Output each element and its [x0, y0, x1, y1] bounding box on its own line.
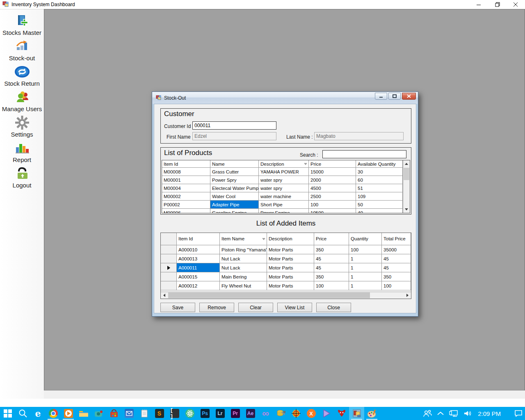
search-input[interactable] — [322, 150, 406, 158]
view-list-button[interactable]: View List — [277, 303, 312, 312]
sidebar-item-manage-users[interactable]: Manage Users — [0, 89, 44, 114]
start-icon[interactable] — [0, 407, 15, 420]
grid-cell[interactable]: 35000 — [382, 245, 411, 254]
security-app-icon[interactable] — [334, 407, 349, 420]
grid-cell[interactable]: 10500 — [309, 209, 356, 213]
grid-cell[interactable]: A000011 — [177, 263, 220, 272]
grid-cell[interactable]: A000015 — [177, 272, 220, 281]
edge-icon[interactable]: e — [30, 407, 46, 420]
grid-cell[interactable]: A000012 — [177, 281, 220, 290]
column-header[interactable]: Price — [309, 160, 356, 168]
grid-cell[interactable]: 45 — [382, 254, 411, 263]
row-header[interactable] — [161, 272, 177, 281]
grid-cell[interactable]: 350 — [382, 272, 411, 281]
dialog-titlebar[interactable]: Stock-Out — [152, 92, 418, 104]
column-header[interactable]: Total Price — [382, 233, 411, 245]
grid-cell[interactable]: Motor Parts — [267, 254, 314, 263]
grid-cell[interactable]: Piston Ring "Yamana" — [220, 245, 267, 254]
grid-cell[interactable]: M00002 — [162, 192, 210, 201]
lightroom-icon[interactable]: Lr — [212, 407, 228, 420]
grid-cell[interactable]: Nut Lack — [220, 254, 267, 263]
grid-cell[interactable]: Gasoline Engine — [210, 209, 259, 213]
action-center-icon[interactable] — [514, 410, 523, 417]
scroll-up-icon[interactable] — [403, 160, 410, 167]
grid-cell[interactable]: 45 — [314, 254, 349, 263]
grid-cell[interactable]: Water Cool — [210, 192, 259, 201]
grid-cell[interactable]: M00006 — [162, 209, 210, 213]
chevron-up-icon[interactable] — [437, 411, 444, 415]
grid-cell[interactable]: 15000 — [309, 168, 356, 176]
grid-cell[interactable]: Main Bering — [220, 272, 267, 281]
grid-cell[interactable]: 45 — [382, 263, 411, 272]
grid-cell[interactable]: Fly Wheel Nut — [220, 281, 267, 290]
dialog-maximize-icon[interactable] — [388, 93, 401, 100]
grid-cell[interactable]: A000013 — [177, 254, 220, 263]
grid-cell[interactable]: 350 — [314, 245, 349, 254]
restore-icon[interactable] — [488, 0, 507, 9]
filter-arrow-icon[interactable] — [304, 163, 307, 165]
grid-cell[interactable]: P00002 — [162, 201, 210, 209]
movies-tv-icon[interactable] — [61, 407, 76, 420]
grid-cell[interactable]: Motor Parts — [267, 263, 314, 272]
atom-icon[interactable] — [182, 407, 197, 420]
grid-cell[interactable]: 1 — [349, 254, 382, 263]
grid-cell[interactable]: 30 — [356, 168, 403, 176]
paint-palette-icon[interactable] — [364, 407, 379, 420]
file-explorer-icon[interactable] — [76, 407, 91, 420]
filter-arrow-icon[interactable] — [262, 238, 265, 240]
grid-cell[interactable]: 350 — [314, 272, 349, 281]
grid-cell[interactable]: M00004 — [162, 184, 210, 192]
xampp-icon[interactable]: X — [304, 407, 319, 420]
grid-cell[interactable]: 2000 — [309, 176, 356, 184]
column-header[interactable]: Available Quantity — [356, 160, 403, 168]
grid-cell[interactable]: Motor Parts — [267, 245, 314, 254]
volume-icon[interactable] — [463, 410, 472, 417]
mail-icon[interactable] — [121, 407, 137, 420]
blend-icon[interactable] — [319, 407, 334, 420]
grid-cell[interactable]: 51 — [356, 184, 403, 192]
scrollbar-thumb[interactable] — [404, 168, 409, 180]
close-icon[interactable] — [507, 0, 525, 9]
grid-cell[interactable]: YAMAHA POWER — [259, 168, 309, 176]
minimize-icon[interactable] — [470, 0, 488, 9]
grid-cell[interactable]: Power Engine — [259, 209, 309, 213]
sidebar-item-stocks-master[interactable]: Stocks Master — [0, 13, 44, 38]
grid-cell[interactable]: Power Spry — [210, 176, 259, 184]
after-effects-icon[interactable]: Ae — [243, 407, 258, 420]
visual-studio-icon[interactable]: ∞ — [258, 407, 273, 420]
sidebar-item-stock-out[interactable]: Stock-out — [0, 38, 44, 64]
row-header[interactable] — [161, 245, 177, 254]
target-icon[interactable] — [288, 407, 304, 420]
grid-cell[interactable]: M00001 — [162, 176, 210, 184]
grid-cell[interactable]: water machine — [259, 192, 309, 201]
grid-cell[interactable]: Electecal Water Pump — [210, 184, 259, 192]
dialog-close-icon[interactable] — [402, 93, 416, 100]
grid-cell[interactable]: 2500 — [309, 192, 356, 201]
grid-cell[interactable]: 1 — [349, 272, 382, 281]
sidebar-item-stock-return[interactable]: Stock Return — [0, 64, 44, 89]
remove-button[interactable]: Remove — [199, 303, 234, 312]
grid-cell[interactable]: 1 — [349, 281, 382, 290]
row-header[interactable] — [161, 254, 177, 263]
horizontal-scrollbar[interactable] — [161, 292, 411, 299]
dialog-minimize-icon[interactable] — [375, 93, 387, 100]
search-icon[interactable] — [15, 407, 30, 420]
vertical-scrollbar[interactable] — [403, 160, 410, 213]
grid-cell[interactable]: A000010 — [177, 245, 220, 254]
grid-cell[interactable]: Grass Cutter — [210, 168, 259, 176]
column-header[interactable]: Description — [259, 160, 309, 168]
clear-button[interactable]: Clear — [238, 303, 273, 312]
grid-cell[interactable]: 60 — [356, 176, 403, 184]
scroll-left-icon[interactable] — [161, 292, 168, 299]
column-header[interactable]: Quantity — [349, 233, 382, 245]
column-header[interactable]: Price — [314, 233, 349, 245]
grid-cell[interactable]: M00008 — [162, 168, 210, 176]
close-button[interactable]: Close — [316, 303, 351, 312]
grid-cell[interactable]: Nut Lack — [220, 263, 267, 272]
column-header[interactable]: Description — [267, 233, 314, 245]
grid-cell[interactable]: 100 — [314, 281, 349, 290]
customer-id-input[interactable] — [192, 121, 276, 130]
grid-cell[interactable]: 1 — [349, 263, 382, 272]
grid-cell[interactable]: 109 — [356, 192, 403, 201]
clock[interactable]: 2:09 PM — [478, 410, 501, 417]
